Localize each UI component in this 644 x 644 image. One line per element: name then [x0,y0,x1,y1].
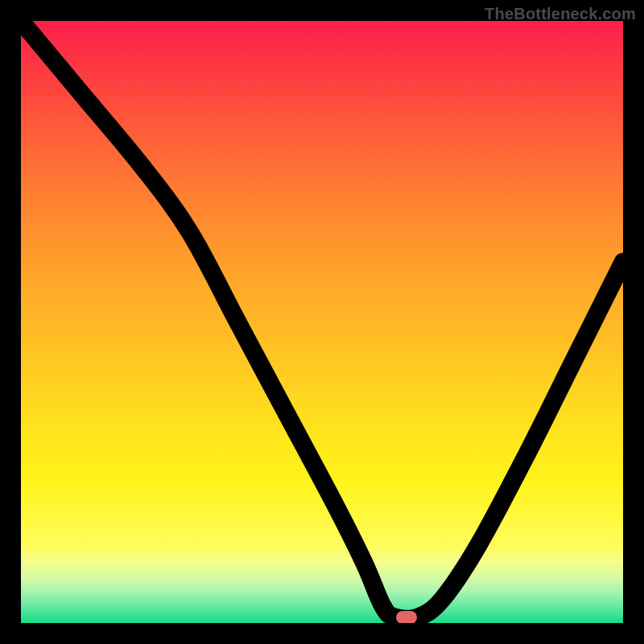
chart-container: TheBottleneck.com [0,0,644,644]
plot-area [21,21,623,623]
watermark-label: TheBottleneck.com [485,5,636,23]
optimal-point-marker [396,611,417,623]
bottleneck-curve [21,21,623,623]
